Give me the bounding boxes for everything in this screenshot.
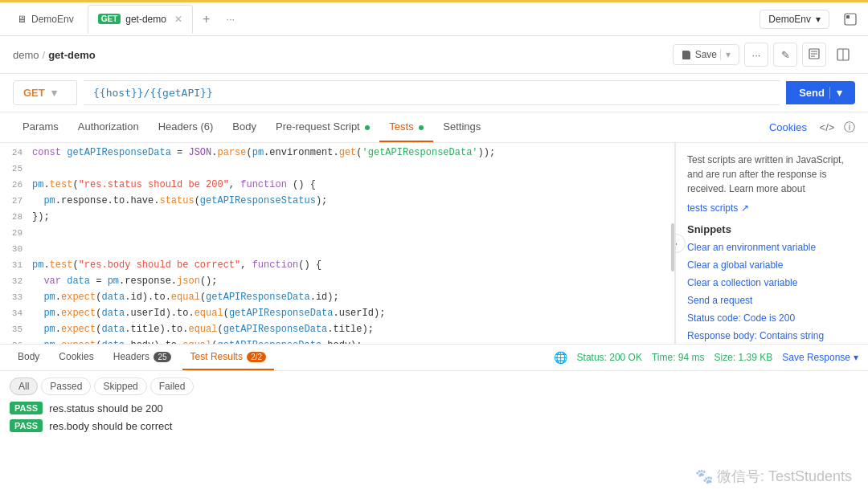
resp-tab-cookies[interactable]: Cookies	[51, 345, 101, 370]
method-badge: GET	[98, 14, 121, 24]
close-tab-icon[interactable]: ✕	[174, 14, 182, 25]
send-button[interactable]: Send ▾	[786, 81, 855, 104]
method-label: GET	[23, 87, 45, 99]
more-options-button[interactable]: ···	[744, 43, 768, 67]
resp-tab-test-results[interactable]: Test Results 2/2	[182, 345, 275, 370]
code-line-31: 31 pm.test("res.body should be correct",…	[0, 259, 674, 275]
scrollbar-thumb[interactable]	[671, 223, 674, 271]
code-line-35: 35 pm.expect(data.title).to.equal(getAPI…	[0, 323, 674, 339]
snippet-clear-global[interactable]: Clear a global variable	[687, 259, 857, 271]
save-button[interactable]: Save ▾	[673, 44, 739, 65]
save-label: Save	[695, 49, 717, 60]
breadcrumb: demo / get-demo	[13, 49, 96, 61]
svg-rect-1	[846, 15, 850, 18]
layout-toggle-icon	[837, 48, 850, 61]
tab-tests[interactable]: Tests	[379, 112, 433, 142]
tab-demoenv-label: DemoEnv	[31, 14, 74, 25]
snippet-clear-collection[interactable]: Clear a collection variable	[687, 277, 857, 288]
tab-params[interactable]: Params	[13, 112, 68, 142]
tab-demoenv[interactable]: 🖥 DemoEnv	[6, 5, 84, 34]
test-results-panel: All Passed Skipped Failed PASS res.statu…	[0, 371, 868, 456]
response-size: Size: 1.39 KB	[714, 352, 773, 363]
environment-selector[interactable]: DemoEnv ▾	[760, 10, 829, 29]
tab-get-demo[interactable]: GET get-demo ✕	[88, 5, 193, 34]
tabs-right: Cookies </> ⓘ	[769, 120, 855, 135]
code-line-28: 28 });	[0, 210, 674, 227]
tests-dot	[419, 125, 424, 130]
filter-failed[interactable]: Failed	[150, 378, 194, 395]
tab-headers[interactable]: Headers (6)	[149, 112, 223, 142]
edit-icon: ✎	[781, 49, 790, 61]
pre-request-dot	[365, 125, 370, 130]
send-dropdown-icon[interactable]: ▾	[829, 87, 842, 99]
test-results-badge: 2/2	[247, 352, 266, 362]
save-chevron-icon: ▾	[720, 49, 731, 60]
filter-all[interactable]: All	[10, 378, 38, 395]
snippet-response-body[interactable]: Response body: Contains string	[687, 330, 857, 341]
save-response-label: Save Response	[782, 352, 850, 363]
note-button[interactable]	[802, 43, 826, 67]
resp-tab-body[interactable]: Body	[10, 345, 47, 370]
test-name-2: res.body should be correct	[49, 420, 172, 432]
tab-settings[interactable]: Settings	[433, 112, 490, 142]
tab-overflow-button[interactable]: ···	[219, 10, 241, 28]
filter-passed[interactable]: Passed	[41, 378, 91, 395]
main-content: 24 const getAPIResponseData = JSON.parse…	[0, 143, 868, 344]
test-result-1: PASS res.status should be 200	[10, 402, 858, 414]
method-selector[interactable]: GET ▾	[13, 80, 77, 105]
pass-badge-2: PASS	[10, 419, 43, 432]
edit-button[interactable]: ✎	[773, 43, 797, 67]
code-line-33: 33 pm.expect(data.id).to.equal(getAPIRes…	[0, 291, 674, 307]
scrollbar[interactable]	[671, 143, 674, 344]
response-tabs-nav: Body Cookies Headers 25 Test Results 2/2…	[0, 345, 868, 371]
filter-skipped[interactable]: Skipped	[94, 378, 146, 395]
request-tabs-nav: Params Authorization Headers (6) Body Pr…	[0, 112, 868, 143]
test-name-1: res.status should be 200	[49, 402, 163, 414]
save-icon	[682, 50, 692, 60]
header-row: demo / get-demo Save ▾ ··· ✎	[0, 36, 868, 74]
code-line-29: 29	[0, 227, 674, 243]
header-actions: Save ▾ ··· ✎	[673, 43, 855, 67]
top-tab-bar: 🖥 DemoEnv GET get-demo ✕ + ··· DemoEnv ▾	[0, 2, 868, 36]
save-response-button[interactable]: Save Response ▾	[782, 352, 858, 363]
tab-get-demo-label: get-demo	[125, 14, 166, 25]
learn-more-link[interactable]: tests scripts ↗	[687, 202, 749, 214]
snippet-send-request[interactable]: Send a request	[687, 295, 857, 306]
note-icon	[809, 48, 820, 62]
cookies-link[interactable]: Cookies	[769, 121, 807, 133]
breadcrumb-sep: /	[43, 49, 46, 61]
code-line-32: 32 var data = pm.response.json();	[0, 275, 674, 291]
code-editor[interactable]: 24 const getAPIResponseData = JSON.parse…	[0, 143, 675, 344]
snippet-status-200[interactable]: Status code: Code is 200	[687, 312, 857, 324]
pass-badge-1: PASS	[10, 402, 43, 414]
tab-pre-request[interactable]: Pre-request Script	[266, 112, 379, 142]
code-line-30: 30	[0, 243, 674, 259]
send-label: Send	[799, 87, 825, 99]
chevron-down-icon: ▾	[816, 14, 821, 25]
layout-icon[interactable]	[831, 43, 855, 67]
watermark: 🐾 微信号: TestStudents	[695, 467, 852, 486]
response-section: Body Cookies Headers 25 Test Results 2/2…	[0, 344, 868, 456]
dots-icon: ···	[752, 49, 761, 61]
help-icon[interactable]: ⓘ	[844, 120, 855, 133]
resp-tab-headers[interactable]: Headers 25	[105, 345, 179, 370]
code-line-25: 25	[0, 162, 674, 178]
right-panel-toggle[interactable]: ›	[675, 234, 686, 253]
new-tab-button[interactable]: +	[196, 9, 216, 30]
filter-tabs: All Passed Skipped Failed	[10, 378, 858, 395]
code-icon[interactable]: </>	[820, 121, 835, 133]
globe-icon: 🌐	[554, 351, 567, 364]
snippets-title: Snippets	[687, 223, 857, 235]
snippet-clear-env[interactable]: Clear an environment variable	[687, 242, 857, 253]
response-time: Time: 94 ms	[652, 352, 705, 363]
url-input[interactable]	[84, 80, 780, 105]
method-chevron-icon: ▾	[51, 87, 57, 99]
breadcrumb-parent[interactable]: demo	[13, 49, 39, 61]
tab-authorization[interactable]: Authorization	[68, 112, 149, 142]
tab-body[interactable]: Body	[223, 112, 266, 142]
code-line-36: 36 pm.expect(data.body).to.equal(getAPIR…	[0, 339, 674, 344]
right-panel-description: Test scripts are written in JavaScript, …	[687, 153, 857, 196]
profile-icon[interactable]	[839, 8, 862, 31]
top-bar-icons	[839, 8, 862, 31]
env-selector-label: DemoEnv	[768, 14, 811, 25]
